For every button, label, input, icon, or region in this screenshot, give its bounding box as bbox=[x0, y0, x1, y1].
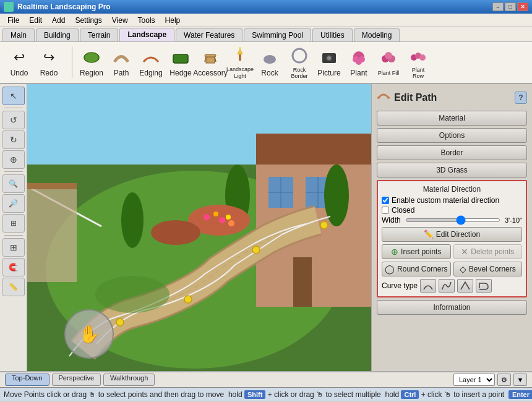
zoom-extent-button[interactable]: ⊞ bbox=[2, 214, 25, 233]
top-down-view-button[interactable]: Top-Down bbox=[5, 374, 49, 386]
select-tool-button[interactable]: ↖ bbox=[2, 87, 25, 105]
svg-point-51 bbox=[226, 215, 231, 220]
snap-button[interactable]: 🧲 bbox=[2, 258, 25, 276]
canvas-area[interactable]: ✋ bbox=[27, 84, 371, 371]
close-button[interactable]: ✕ bbox=[517, 2, 528, 11]
compass-indicator: ✋ bbox=[64, 309, 114, 359]
material-direction-title: Material Direction bbox=[382, 185, 522, 194]
width-value: 3'-10" bbox=[505, 216, 522, 224]
svg-point-8 bbox=[239, 47, 241, 49]
plant-row-button[interactable]: Plant Row bbox=[404, 43, 432, 82]
plant-fill-icon bbox=[379, 49, 398, 69]
material-direction-box: Material Direction Enable custom materia… bbox=[377, 180, 527, 297]
picture-button[interactable]: Picture bbox=[315, 43, 343, 82]
tab-landscape[interactable]: Landscape bbox=[119, 28, 174, 41]
3d-grass-button[interactable]: 3D Grass bbox=[377, 163, 527, 177]
bevel-corners-button[interactable]: ◇ Bevel Corners bbox=[453, 262, 523, 276]
svg-point-54 bbox=[95, 276, 169, 313]
svg-rect-6 bbox=[239, 54, 241, 61]
enable-custom-checkbox[interactable] bbox=[382, 197, 389, 204]
toolbar-separator bbox=[72, 47, 72, 78]
round-corners-button[interactable]: ◯ Round Corners bbox=[382, 262, 451, 276]
edging-button[interactable]: Edging bbox=[137, 43, 165, 82]
help-button[interactable]: ? bbox=[515, 92, 527, 104]
perspective-view-button[interactable]: Perspective bbox=[52, 374, 101, 386]
grid-button[interactable]: ⊞ bbox=[2, 238, 25, 257]
tab-water-features[interactable]: Water Features bbox=[176, 28, 242, 41]
plant-button[interactable]: Plant bbox=[345, 43, 373, 82]
delete-points-button[interactable]: ✕ Delete points bbox=[453, 244, 523, 259]
closed-checkbox[interactable] bbox=[382, 207, 389, 214]
rock-border-button[interactable]: Rock Border bbox=[285, 43, 314, 82]
edit-direction-button[interactable]: ✏️ Edit Direction bbox=[382, 227, 522, 242]
insert-icon: ⊕ bbox=[391, 245, 398, 259]
svg-point-50 bbox=[219, 217, 225, 223]
hedge-button[interactable]: Hedge bbox=[166, 43, 195, 82]
maximize-button[interactable]: □ bbox=[505, 2, 516, 11]
layer-edit-button[interactable]: ⚙ bbox=[497, 374, 511, 386]
main-area: ↖ ↺ ↻ ⊕ 🔍 🔎 ⊞ ⊞ 🧲 📏 bbox=[0, 84, 532, 371]
undo-left-button[interactable]: ↺ bbox=[2, 111, 25, 129]
svg-point-44 bbox=[252, 246, 260, 254]
rock-button[interactable]: Rock bbox=[255, 43, 284, 82]
svg-rect-30 bbox=[256, 134, 371, 165]
plant-fill-button[interactable]: Plant Fill bbox=[374, 43, 403, 82]
curve-type-4-button[interactable] bbox=[476, 279, 492, 293]
options-button[interactable]: Options bbox=[377, 128, 527, 143]
landscape-light-button[interactable]: Landscape Light bbox=[226, 43, 254, 82]
menu-view[interactable]: View bbox=[107, 15, 133, 26]
menu-help[interactable]: Help bbox=[160, 15, 186, 26]
right-panel: Edit Path ? Material Options Border 3D G… bbox=[371, 84, 532, 371]
rotate-tool-button[interactable]: ↻ bbox=[2, 130, 25, 149]
status-text-6: to select multiple bbox=[325, 390, 380, 399]
insert-delete-row: ⊕ Insert points ✕ Delete points bbox=[382, 244, 522, 259]
menu-file[interactable]: File bbox=[2, 15, 24, 26]
picture-icon bbox=[319, 48, 339, 67]
layer-select[interactable]: Layer 1 bbox=[453, 374, 495, 386]
zoom-out-button[interactable]: 🔎 bbox=[2, 194, 25, 213]
region-button[interactable]: Region bbox=[77, 43, 106, 82]
tab-utilities[interactable]: Utilities bbox=[312, 28, 353, 41]
tab-swimming-pool[interactable]: Swimming Pool bbox=[244, 28, 311, 41]
left-separator-3 bbox=[4, 235, 23, 236]
panel-header: Edit Path ? bbox=[377, 89, 527, 106]
zoom-in-button[interactable]: 🔍 bbox=[2, 174, 25, 193]
information-button[interactable]: Information bbox=[377, 300, 527, 315]
layer-down-button[interactable]: ▼ bbox=[513, 374, 527, 386]
left-separator-2 bbox=[4, 171, 23, 172]
menubar: File Edit Add Settings View Tools Help bbox=[0, 14, 532, 27]
walkthrough-view-button[interactable]: Walkthrough bbox=[103, 374, 155, 386]
redo-button[interactable]: ↪ Redo bbox=[35, 45, 63, 80]
status-text-9: to insert a point bbox=[453, 390, 504, 399]
width-slider[interactable] bbox=[406, 218, 500, 222]
window-controls: – □ ✕ bbox=[492, 2, 528, 11]
menu-settings[interactable]: Settings bbox=[70, 15, 106, 26]
curve-type-2-button[interactable] bbox=[439, 279, 455, 293]
status-text-8: + click bbox=[421, 390, 442, 399]
minimize-button[interactable]: – bbox=[492, 2, 504, 11]
delete-icon: ✕ bbox=[461, 245, 468, 259]
measure-button[interactable]: 📏 bbox=[2, 278, 25, 296]
undo-button[interactable]: ↩ Undo bbox=[5, 45, 33, 80]
svg-point-18 bbox=[356, 59, 362, 65]
tab-terrain[interactable]: Terrain bbox=[80, 28, 119, 41]
statusbar: Move Points click or drag 🖱 to select po… bbox=[0, 387, 532, 401]
tab-modeling[interactable]: Modeling bbox=[354, 28, 400, 41]
curve-type-3-button[interactable] bbox=[457, 279, 473, 293]
move-point-button[interactable]: ⊕ bbox=[2, 150, 25, 169]
accessory-button[interactable]: Accessory bbox=[196, 43, 225, 82]
menu-add[interactable]: Add bbox=[47, 15, 70, 26]
bevel-corners-icon: ◇ bbox=[460, 262, 466, 276]
material-button[interactable]: Material bbox=[377, 111, 527, 126]
menu-edit[interactable]: Edit bbox=[24, 15, 47, 26]
path-button[interactable]: Path bbox=[107, 43, 135, 82]
shift-key-badge: Shift bbox=[244, 390, 265, 399]
rock-icon bbox=[260, 48, 280, 67]
border-button[interactable]: Border bbox=[377, 145, 527, 160]
tab-building[interactable]: Building bbox=[36, 28, 79, 41]
status-text-7: hold bbox=[385, 390, 399, 399]
menu-tools[interactable]: Tools bbox=[133, 15, 160, 26]
tab-main[interactable]: Main bbox=[2, 28, 35, 41]
curve-type-1-button[interactable] bbox=[420, 279, 436, 293]
insert-points-button[interactable]: ⊕ Insert points bbox=[382, 244, 451, 259]
